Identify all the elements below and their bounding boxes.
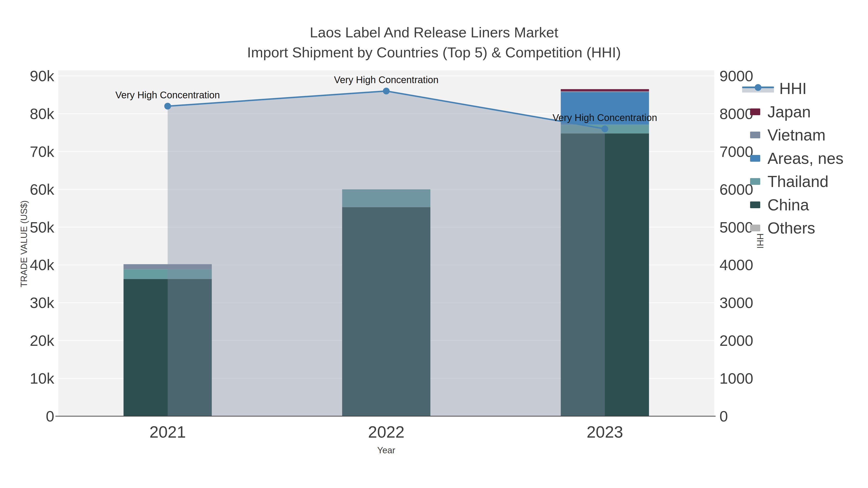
plot-canvas [0,0,868,488]
legend-label: Others [768,219,815,237]
legend-swatch-icon [750,132,760,138]
legend-item-china[interactable]: China [742,196,809,214]
hhi-legend-glyph-icon [742,84,774,93]
legend-label: China [768,196,809,214]
legend-swatch-icon [750,155,760,162]
hhi-marker-2022[interactable] [383,88,390,94]
legend-item-thailand[interactable]: Thailand [742,173,829,190]
legend-label: HHI [779,80,807,97]
legend-swatch-icon [750,225,760,231]
legend-item-vietnam[interactable]: Vietnam [742,126,826,143]
bar-segment-areas-nes-2023[interactable] [561,92,649,125]
chart-figure: Laos Label And Release Liners Market Imp… [0,0,868,488]
legend-label: Areas, nes [768,150,844,167]
legend-item-areas-nes[interactable]: Areas, nes [742,150,844,167]
legend-item-hhi[interactable]: HHI [742,80,807,97]
legend-swatch-icon [750,178,760,185]
hhi-area [167,91,605,416]
hhi-marker-2023[interactable] [601,126,608,132]
legend-label: Thailand [768,173,829,190]
hhi-marker-2021[interactable] [164,103,171,110]
legend-swatch-icon [750,108,760,115]
legend-item-others[interactable]: Others [742,219,815,237]
legend-label: Vietnam [768,126,826,143]
legend-item-japan[interactable]: Japan [742,103,811,121]
bar-segment-japan-2023[interactable] [561,89,649,91]
legend-swatch-icon [750,201,760,208]
legend-label: Japan [768,103,811,121]
bar-segment-vietnam-2023[interactable] [561,91,649,92]
